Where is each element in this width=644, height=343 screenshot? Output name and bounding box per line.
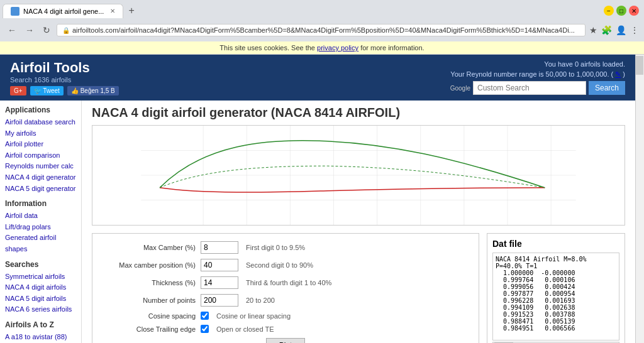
search-button[interactable]: Search xyxy=(589,81,625,95)
airfoil-plot xyxy=(92,125,625,226)
social-buttons: G+ 🐦 Tweet 👍 Beğen 1,5 B xyxy=(10,86,119,95)
dat-line: 0.984951 0.006566 xyxy=(496,325,616,332)
sidebar-link-comparison[interactable]: Airfoil comparison xyxy=(5,150,76,161)
security-icon: 🔒 xyxy=(62,27,70,34)
sidebar-link-lift-drag[interactable]: Lift/drag polars xyxy=(5,222,76,233)
like-btn[interactable]: 👍 Beğen 1,5 B xyxy=(67,86,119,95)
reynold-edit-link[interactable]: ✎ xyxy=(615,70,621,78)
sidebar: Applications Airfoil database search My … xyxy=(0,101,82,343)
reynold-info: Your Reynold number range is 50,000 to 1… xyxy=(450,70,625,79)
site-subtitle: Search 1636 airfoils xyxy=(10,76,119,84)
form-row-position: Max camber position (%) Second digit 0 t… xyxy=(100,259,471,271)
form-row-points: Number of points 20 to 200 xyxy=(100,294,471,307)
camber-hint: First digit 0 to 9.5% xyxy=(246,244,305,251)
address-bar[interactable]: 🔒 airfoiltools.com/airfoil/naca4digit?MN… xyxy=(57,24,586,36)
position-label: Max camber position (%) xyxy=(100,261,201,269)
address-text: airfoiltools.com/airfoil/naca4digit?MNac… xyxy=(72,26,580,34)
page-scrollbar[interactable] xyxy=(635,55,644,343)
sidebar-searches-heading: Searches xyxy=(5,260,76,269)
forward-btn[interactable]: → xyxy=(23,24,36,36)
dat-line: 1.000000 -0.000000 xyxy=(496,270,616,276)
tweet-btn[interactable]: 🐦 Tweet xyxy=(30,86,64,95)
header-left: Airfoil Tools Search 1636 airfoils G+ 🐦 … xyxy=(10,60,119,95)
dat-file-content[interactable]: NACA 8414 Airfoil M=8.0% P=40.0% T=1 1.0… xyxy=(492,253,619,340)
sidebar-link-naca6-airfoils[interactable]: NACA 6 series airfoils xyxy=(5,304,76,315)
dat-file-title: Dat file xyxy=(492,239,619,249)
new-tab-button[interactable]: + xyxy=(123,3,139,19)
sidebar-information: Information Airfoil data Lift/drag polar… xyxy=(5,199,76,254)
thickness-hint: Third & fourth digit 1 to 40% xyxy=(246,279,331,286)
navigation-bar: ← → ↻ 🔒 airfoiltools.com/airfoil/naca4di… xyxy=(0,19,644,41)
sidebar-link-naca4-airfoils[interactable]: NACA 4 digit airfoils xyxy=(5,282,76,293)
nav-icons: ★ 🧩 👤 ⋮ xyxy=(589,25,639,35)
gplus-btn[interactable]: G+ xyxy=(10,86,26,95)
dat-line: 0.999764 0.000106 xyxy=(496,276,616,283)
tab-favicon xyxy=(11,7,19,16)
maximize-btn[interactable]: □ xyxy=(616,6,626,16)
sidebar-link-naca5[interactable]: NACA 5 digit generator xyxy=(5,183,76,195)
privacy-policy-link[interactable]: privacy policy xyxy=(317,44,358,52)
header-right: You have 0 airfoils loaded. Your Reynold… xyxy=(450,60,625,95)
plot-button[interactable]: Plot xyxy=(266,338,306,343)
refresh-btn[interactable]: ↻ xyxy=(40,24,53,36)
form-dat-wrapper: Max Camber (%) First digit 0 to 9.5% Max… xyxy=(92,233,625,343)
cosine-label: Cosine spacing xyxy=(100,312,201,320)
sidebar-link-symmetrical[interactable]: Symmetrical airfoils xyxy=(5,271,76,283)
thickness-input[interactable] xyxy=(201,276,238,289)
page-title: NACA 4 digit airfoil generator (NACA 841… xyxy=(92,106,625,120)
sidebar-link-airfoil-data[interactable]: Airfoil data xyxy=(5,210,76,222)
dat-file-section: Dat file NACA 8414 Airfoil M=8.0% P=40.0… xyxy=(487,233,625,343)
form-row-trailing: Close Trailing edge Open or closed TE xyxy=(100,325,471,333)
sidebar-applications-heading: Applications xyxy=(5,106,76,114)
tab-title: NACA 4 digit airfoil gene... xyxy=(23,8,104,15)
cookie-bar: This site uses cookies. See the privacy … xyxy=(0,41,644,55)
cosine-checkbox[interactable] xyxy=(201,312,209,320)
window-controls: − □ ✕ xyxy=(599,6,644,16)
form-row-cosine: Cosine spacing Cosine or linear spacing xyxy=(100,312,471,320)
sidebar-link-reynolds[interactable]: Reynolds number calc xyxy=(5,161,76,172)
sidebar-applications: Applications Airfoil database search My … xyxy=(5,106,76,194)
site-header: Airfoil Tools Search 1636 airfoils G+ 🐦 … xyxy=(0,55,635,101)
thickness-label: Thickness (%) xyxy=(100,279,201,286)
position-hint: Second digit 0 to 90% xyxy=(246,261,313,269)
points-hint: 20 to 200 xyxy=(246,297,275,304)
sidebar-link-plotter[interactable]: Airfoil plotter xyxy=(5,139,76,150)
search-bar: Google Search xyxy=(450,81,625,95)
star-btn[interactable]: ★ xyxy=(589,25,597,35)
tab-close-btn[interactable]: ✕ xyxy=(110,8,115,14)
trailing-hint: Open or closed TE xyxy=(216,325,274,333)
dat-line: 0.991523 0.003788 xyxy=(496,311,616,318)
profile-btn[interactable]: 👤 xyxy=(616,25,626,35)
extensions-btn[interactable]: 🧩 xyxy=(601,25,612,35)
sidebar-searches: Searches Symmetrical airfoils NACA 4 dig… xyxy=(5,260,76,315)
dat-line: 0.996228 0.001693 xyxy=(496,297,616,304)
sidebar-link-a[interactable]: A a18 to avistar (88) xyxy=(5,332,76,343)
dat-line: 0.994109 0.002638 xyxy=(496,304,616,311)
sidebar-airfoils-az: Airfoils A to Z A a18 to avistar (88) B … xyxy=(5,320,76,343)
minimize-btn[interactable]: − xyxy=(604,6,614,16)
points-input[interactable] xyxy=(201,294,238,307)
site-title: Airfoil Tools xyxy=(10,60,119,76)
position-input[interactable] xyxy=(201,259,238,271)
main-content: NACA 4 digit airfoil generator (NACA 841… xyxy=(82,101,635,343)
sidebar-information-heading: Information xyxy=(5,199,76,208)
content-wrapper: Applications Airfoil database search My … xyxy=(0,101,635,343)
search-input[interactable] xyxy=(473,81,586,95)
airfoil-form: Max Camber (%) First digit 0 to 9.5% Max… xyxy=(92,233,479,343)
trailing-checkbox[interactable] xyxy=(201,325,209,333)
back-btn[interactable]: ← xyxy=(5,24,19,36)
camber-input[interactable] xyxy=(201,241,238,254)
sidebar-link-naca4[interactable]: NACA 4 digit generator xyxy=(5,172,76,183)
sidebar-az-heading: Airfoils A to Z xyxy=(5,320,76,329)
dat-line: 0.999056 0.000424 xyxy=(496,283,616,290)
sidebar-link-airfoil-search[interactable]: Airfoil database search xyxy=(5,117,76,128)
sidebar-link-my-airfoils[interactable]: My airfoils xyxy=(5,128,76,139)
sidebar-link-generated[interactable]: Generated airfoil shapes xyxy=(5,232,76,254)
dat-line: 0.988471 0.005139 xyxy=(496,318,616,325)
dat-line: NACA 8414 Airfoil M=8.0% P=40.0% T=1 xyxy=(496,256,616,270)
close-btn[interactable]: ✕ xyxy=(629,6,639,16)
dat-line: 0.997877 0.000954 xyxy=(496,290,616,297)
browser-tab[interactable]: NACA 4 digit airfoil gene... ✕ xyxy=(3,4,123,18)
sidebar-link-naca5-airfoils[interactable]: NACA 5 digit airfoils xyxy=(5,293,76,305)
menu-btn[interactable]: ⋮ xyxy=(630,25,639,35)
